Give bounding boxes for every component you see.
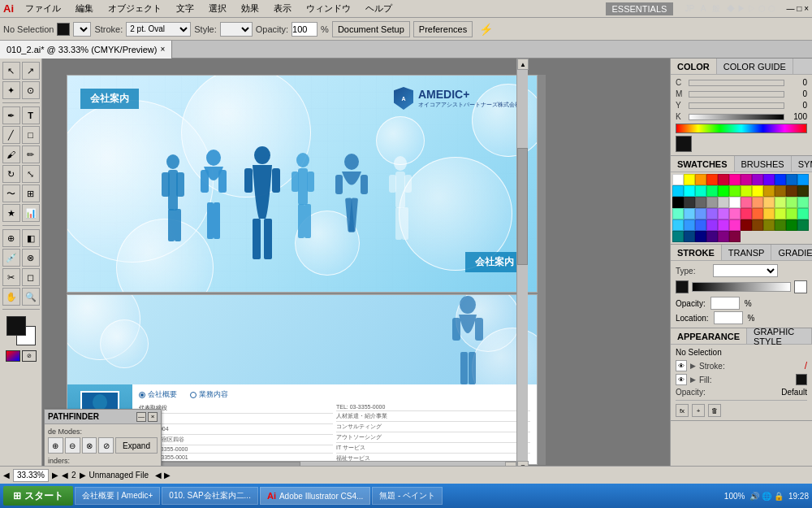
swatch-item[interactable]: [797, 219, 809, 231]
swatch-item[interactable]: [741, 197, 752, 208]
gradient-preview[interactable]: [692, 282, 791, 292]
scroll-left-icon[interactable]: ◀: [3, 471, 10, 480]
stroke-tab[interactable]: STROKE: [671, 245, 722, 260]
fill-color-box[interactable]: [57, 23, 70, 36]
paintbrush-tool[interactable]: 🖌: [2, 145, 20, 163]
brushes-tab[interactable]: BRUSHES: [735, 156, 792, 172]
delete-item-button[interactable]: 🗑: [708, 404, 721, 417]
direct-selection-tool[interactable]: ↗: [22, 62, 40, 80]
warp-tool[interactable]: 〜: [2, 185, 20, 202]
taskbar-company[interactable]: 会社概要 | Amedic+: [75, 487, 160, 505]
swatch-item[interactable]: [775, 219, 786, 231]
opacity-value[interactable]: [710, 297, 740, 310]
swatch-item[interactable]: [752, 185, 763, 197]
zoom-input[interactable]: [13, 469, 49, 482]
magic-wand-tool[interactable]: ✦: [2, 81, 20, 99]
menu-file[interactable]: ファイル: [22, 1, 64, 16]
scroll-track-v[interactable]: [517, 70, 528, 461]
eye-icon-stroke[interactable]: 👁: [676, 360, 687, 371]
lasso-tool[interactable]: ⊙: [22, 81, 40, 99]
intersect-icon[interactable]: ⊗: [82, 437, 97, 454]
location-value[interactable]: [714, 311, 743, 324]
swatch-item[interactable]: [684, 219, 695, 231]
m-slider[interactable]: [689, 91, 784, 98]
swatch-item[interactable]: [797, 174, 809, 185]
color-tab[interactable]: COLOR: [671, 59, 717, 74]
color-guide-tab[interactable]: COLOR GUIDE: [717, 59, 793, 74]
canvas-scrollbar-vertical[interactable]: ▲ ▼: [516, 59, 528, 472]
swatch-item[interactable]: [706, 219, 718, 231]
swatch-item[interactable]: [684, 197, 695, 208]
expand-arrow-stroke[interactable]: ▶: [690, 362, 696, 370]
menu-help[interactable]: ヘルプ: [362, 1, 395, 16]
swatch-item[interactable]: [695, 197, 706, 208]
swatch-item[interactable]: [797, 185, 809, 197]
new-item-button[interactable]: +: [692, 404, 705, 417]
preferences-button[interactable]: Preferences: [413, 21, 473, 37]
gradient-tool[interactable]: ◧: [22, 229, 40, 247]
swatch-item[interactable]: [752, 208, 763, 219]
color-mode-icon[interactable]: [6, 350, 20, 362]
magic-wand-icon[interactable]: ⚡: [479, 23, 493, 36]
k-slider[interactable]: [689, 114, 784, 120]
gradient-tab[interactable]: GRADIENT: [771, 245, 812, 260]
swatch-item[interactable]: [684, 185, 695, 197]
fill-swatch[interactable]: [796, 374, 807, 385]
swatch-item[interactable]: [797, 197, 809, 208]
swatch-item[interactable]: [672, 219, 684, 231]
menu-object[interactable]: オブジェクト: [105, 1, 165, 16]
y-slider[interactable]: [689, 102, 784, 109]
swatch-item[interactable]: [718, 208, 729, 219]
scroll-thumb-v[interactable]: [517, 148, 528, 265]
page-nav-left[interactable]: ◀: [62, 471, 68, 480]
eyedropper-tool[interactable]: 💉: [2, 249, 20, 267]
window-controls[interactable]: — □ ×: [787, 4, 809, 13]
swatch-item[interactable]: [684, 231, 695, 242]
swatch-item[interactable]: [763, 208, 775, 219]
swatch-item[interactable]: [741, 174, 752, 185]
tab-close-button[interactable]: ×: [160, 45, 165, 54]
none-icon[interactable]: ⊘: [22, 350, 37, 362]
selection-tool[interactable]: ↖: [2, 62, 20, 80]
expand-button[interactable]: Expand: [115, 437, 158, 454]
swatch-item[interactable]: [786, 197, 797, 208]
document-tab[interactable]: 010_2.ai* @ 33.33% (CMYK/Preview) ×: [0, 41, 172, 59]
menu-type[interactable]: 文字: [173, 1, 197, 16]
swatch-item[interactable]: [752, 219, 763, 231]
menu-view[interactable]: 表示: [270, 1, 295, 16]
page-nav-right[interactable]: ▶: [80, 471, 86, 480]
nav-arrows[interactable]: ◀ ▶: [155, 471, 171, 480]
swatch-item[interactable]: [718, 185, 729, 197]
swatches-tab[interactable]: SWATCHES: [671, 156, 735, 172]
column-graph-tool[interactable]: 📊: [22, 204, 40, 222]
scale-tool[interactable]: ⤡: [22, 165, 40, 183]
scissors-tool[interactable]: ✂: [2, 268, 20, 286]
swatch-item[interactable]: [672, 185, 684, 197]
blend-tool[interactable]: ⊗: [22, 249, 40, 267]
swatch-item[interactable]: [695, 185, 706, 197]
pathfinder-close[interactable]: ×: [148, 412, 158, 422]
exclude-icon[interactable]: ⊘: [98, 437, 114, 454]
unite-icon[interactable]: ⊕: [48, 437, 63, 454]
eraser-tool[interactable]: ◻: [22, 268, 40, 286]
swatch-item[interactable]: [775, 208, 786, 219]
color-spectrum[interactable]: [676, 124, 807, 133]
expand-arrow-fill[interactable]: ▶: [690, 376, 696, 384]
gradient-end[interactable]: [794, 280, 807, 293]
swatch-item[interactable]: [718, 174, 729, 185]
document-setup-button[interactable]: Document Setup: [332, 21, 410, 37]
active-color-swatch[interactable]: [676, 136, 692, 152]
swatch-item[interactable]: [775, 185, 786, 197]
swatch-item[interactable]: [775, 197, 786, 208]
swatch-item[interactable]: [763, 174, 775, 185]
swatch-item[interactable]: [729, 197, 741, 208]
swatch-item[interactable]: [786, 174, 797, 185]
swatch-item[interactable]: [729, 231, 741, 242]
swatch-item[interactable]: [786, 208, 797, 219]
taskbar-illustrator[interactable]: Ai Adobe Illustrator CS4...: [260, 487, 370, 505]
swatch-item[interactable]: [672, 197, 684, 208]
swatch-item[interactable]: [752, 174, 763, 185]
swatch-item[interactable]: [729, 185, 741, 197]
menu-edit[interactable]: 編集: [72, 1, 97, 16]
gradient-start[interactable]: [676, 280, 689, 293]
